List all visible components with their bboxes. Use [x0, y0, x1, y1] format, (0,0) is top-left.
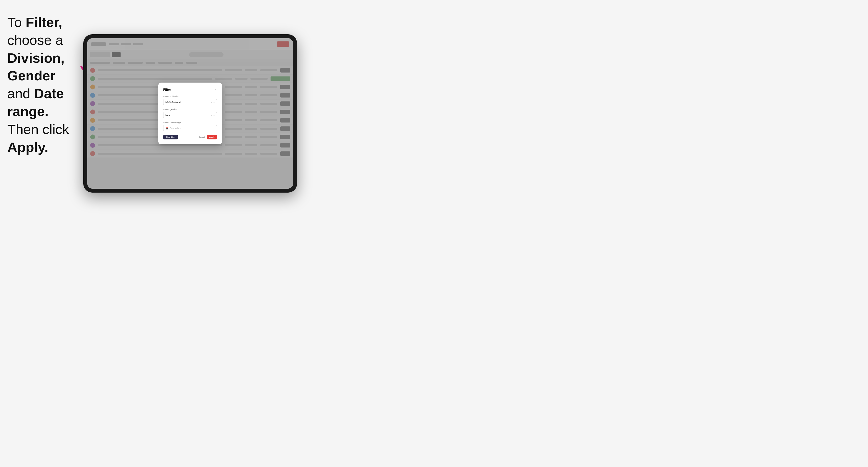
- gender-form-group: Select gender Men × ⌄: [163, 108, 217, 118]
- division-value: NCAA Division I: [165, 101, 211, 103]
- modal-header: Filter ×: [163, 88, 217, 91]
- modal-overlay: Filter × Select a division NCAA Division…: [87, 38, 293, 189]
- clear-select-icon: ×: [211, 101, 212, 103]
- filter-bold: Filter,: [26, 14, 62, 30]
- modal-title: Filter: [163, 88, 171, 91]
- filter-modal: Filter × Select a division NCAA Division…: [158, 83, 222, 144]
- chevron-icon: ⌄: [213, 114, 215, 116]
- division-select[interactable]: NCAA Division I × ⌄: [163, 99, 217, 105]
- gender-select[interactable]: Men × ⌄: [163, 112, 217, 118]
- apply-bold: Apply.: [7, 139, 48, 155]
- clear-filter-button[interactable]: Clear filter: [163, 135, 178, 139]
- tablet-screen: Filter × Select a division NCAA Division…: [87, 38, 293, 189]
- gender-value: Men: [165, 114, 211, 116]
- division-form-group: Select a division NCAA Division I × ⌄: [163, 95, 217, 105]
- clear-select-icon: ×: [211, 114, 212, 116]
- gender-label: Select gender: [163, 108, 217, 111]
- footer-right: Cancel Apply: [199, 135, 217, 139]
- instruction-text: To Filter, choose a Division, Gender and…: [7, 13, 83, 156]
- date-input[interactable]: 📅 Pick a date: [163, 125, 217, 131]
- close-button[interactable]: ×: [213, 88, 217, 91]
- tablet-frame: Filter × Select a division NCAA Division…: [83, 34, 297, 193]
- date-label: Select Date range: [163, 121, 217, 124]
- date-range-bold: Date range.: [7, 86, 64, 119]
- division-label: Select a division: [163, 95, 217, 98]
- date-placeholder: Pick a date: [170, 127, 181, 129]
- select-controls: × ⌄: [211, 114, 215, 116]
- division-gender-bold: Division, Gender: [7, 50, 64, 84]
- modal-footer: Clear filter Cancel Apply: [163, 135, 217, 139]
- select-controls: × ⌄: [211, 101, 215, 103]
- cancel-button[interactable]: Cancel: [199, 136, 205, 138]
- apply-button[interactable]: Apply: [207, 135, 217, 139]
- chevron-icon: ⌄: [213, 101, 215, 103]
- calendar-icon: 📅: [165, 127, 168, 130]
- date-form-group: Select Date range 📅 Pick a date: [163, 121, 217, 131]
